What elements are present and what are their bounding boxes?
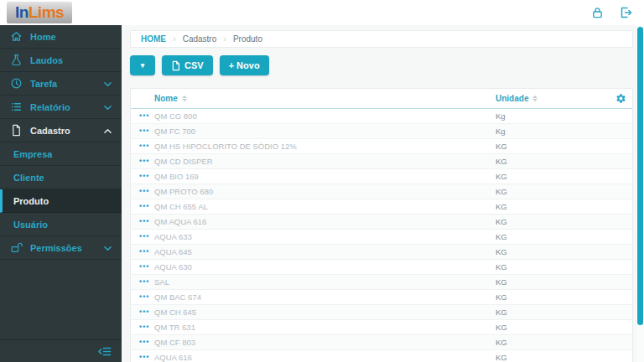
table-row[interactable]: ••• SAL KG <box>131 275 632 290</box>
row-actions-icon[interactable]: ••• <box>139 260 149 274</box>
breadcrumb-separator-icon: › <box>173 34 176 44</box>
sidebar-item-permissoes[interactable]: Permissões <box>0 236 122 260</box>
breadcrumb-cadastro[interactable]: Cadastro <box>183 34 217 44</box>
cell-nome: QM CF 803 <box>154 335 195 349</box>
gear-icon[interactable] <box>615 93 626 104</box>
sidebar-item-relatorio[interactable]: Relatório <box>0 96 122 119</box>
cell-nome: AQUA 616 <box>154 350 192 362</box>
table-row[interactable]: ••• AQUA 630 KG <box>131 260 632 275</box>
flask-icon <box>10 54 23 66</box>
sidebar-item-cliente[interactable]: Cliente <box>0 166 122 189</box>
table-row[interactable]: ••• QM TR 631 KG <box>131 320 632 335</box>
novo-button[interactable]: + Novo <box>220 55 269 75</box>
logo-text-in: In <box>15 3 29 22</box>
cell-nome: AQUA 645 <box>154 245 192 259</box>
cell-unidade: KG <box>496 335 507 349</box>
sort-icon <box>182 96 187 101</box>
cell-unidade: KG <box>496 350 507 362</box>
table-row[interactable]: ••• QM AQUA 616 KG <box>131 215 632 230</box>
products-table: Nome Unidade ••• QM CG 800 Kg <box>130 88 633 362</box>
cell-nome: QM BIO 169 <box>154 169 199 184</box>
chevron-down-icon <box>103 245 112 252</box>
cell-unidade: KG <box>496 305 507 319</box>
cell-nome: SAL <box>154 275 169 289</box>
row-actions-icon[interactable]: ••• <box>139 184 149 199</box>
csv-button-label: CSV <box>184 60 204 70</box>
cell-nome: QM AQUA 616 <box>154 215 206 229</box>
table-row[interactable]: ••• QM CH 645 KG <box>131 305 632 320</box>
breadcrumb-home-link[interactable]: HOME <box>141 34 166 44</box>
table-row[interactable]: ••• QM CH 655 AL KG <box>131 199 632 215</box>
cell-unidade: KG <box>496 290 507 304</box>
breadcrumb-separator-icon: › <box>223 34 226 44</box>
table-row[interactable]: ••• AQUA 616 KG <box>131 350 632 362</box>
row-actions-icon[interactable]: ••• <box>139 109 149 123</box>
cell-nome: AQUA 633 <box>154 230 192 244</box>
csv-export-button[interactable]: CSV <box>162 55 213 75</box>
cell-nome: QM HS HIPOCLORITO DE SÓDIO 12% <box>154 139 297 153</box>
table-row[interactable]: ••• QM BIO 169 KG <box>131 169 632 184</box>
sidebar-item-usuario[interactable]: Usuário <box>0 213 122 236</box>
app-logo[interactable]: InLims <box>7 2 72 23</box>
sidebar-item-empresa[interactable]: Empresa <box>0 142 122 166</box>
unlock-icon <box>10 241 23 254</box>
dropdown-button[interactable]: ▾ <box>130 55 155 75</box>
main-content: HOME › Cadastro › Produto ▾ CSV + Novo N… <box>122 25 644 362</box>
cell-unidade: KG <box>496 154 507 168</box>
row-actions-icon[interactable]: ••• <box>139 245 149 259</box>
novo-button-label: + Novo <box>229 60 260 70</box>
breadcrumb-produto: Produto <box>233 34 262 44</box>
sidebar-item-label: Empresa <box>13 149 52 159</box>
column-header-nome[interactable]: Nome <box>154 89 187 108</box>
cell-nome: QM CH 655 AL <box>154 199 208 214</box>
csv-file-icon <box>171 60 180 71</box>
table-row[interactable]: ••• QM FC 700 Kg <box>131 124 632 139</box>
row-actions-icon[interactable]: ••• <box>139 350 149 362</box>
cell-nome: QM CG 800 <box>154 109 197 123</box>
table-row[interactable]: ••• QM BAC 674 KG <box>131 290 632 305</box>
cell-nome: QM FC 700 <box>154 124 195 138</box>
row-actions-icon[interactable]: ••• <box>139 215 149 229</box>
table-row[interactable]: ••• QM CF 803 KG <box>131 335 632 350</box>
topbar-actions <box>591 6 632 19</box>
sidebar-item-cadastro[interactable]: Cadastro <box>0 119 122 142</box>
row-actions-icon[interactable]: ••• <box>139 199 149 214</box>
sort-icon <box>532 96 538 101</box>
column-header-unidade[interactable]: Unidade <box>496 89 538 108</box>
row-actions-icon[interactable]: ••• <box>139 305 149 319</box>
table-row[interactable]: ••• QM CD DISPER KG <box>131 154 632 169</box>
sidebar-item-laudos[interactable]: Laudos <box>0 49 122 72</box>
list-icon <box>10 101 23 113</box>
chevron-down-icon <box>103 80 112 88</box>
collapse-sidebar-icon[interactable] <box>97 346 112 357</box>
logout-icon[interactable] <box>619 6 632 19</box>
table-row[interactable]: ••• AQUA 645 KG <box>131 245 632 260</box>
table-row[interactable]: ••• QM HS HIPOCLORITO DE SÓDIO 12% KG <box>131 139 632 154</box>
sidebar-item-tarefa[interactable]: Tarefa <box>0 72 122 96</box>
cell-unidade: KG <box>496 169 507 184</box>
table-row[interactable]: ••• QM CG 800 Kg <box>131 109 632 124</box>
toolbar: ▾ CSV + Novo <box>130 55 269 75</box>
row-actions-icon[interactable]: ••• <box>139 320 149 334</box>
row-actions-icon[interactable]: ••• <box>139 154 149 168</box>
sidebar-item-home[interactable]: Home <box>0 25 122 49</box>
lock-icon[interactable] <box>591 6 604 19</box>
table-row[interactable]: ••• QM PROTO 680 KG <box>131 184 632 199</box>
row-actions-icon[interactable]: ••• <box>139 230 149 244</box>
scrollbar-track[interactable] <box>636 25 644 362</box>
sidebar-item-label: Cliente <box>13 173 44 183</box>
scrollbar-thumb[interactable] <box>637 27 643 325</box>
sidebar-item-label: Produto <box>13 196 49 206</box>
sidebar-item-produto[interactable]: Produto <box>0 189 122 213</box>
row-actions-icon[interactable]: ••• <box>139 169 149 184</box>
row-actions-icon[interactable]: ••• <box>139 275 149 289</box>
table-row[interactable]: ••• AQUA 633 KG <box>131 230 632 245</box>
sidebar-item-label: Laudos <box>30 55 63 65</box>
row-actions-icon[interactable]: ••• <box>139 290 149 304</box>
cell-nome: QM CH 645 <box>154 305 196 319</box>
sidebar-item-label: Usuário <box>13 220 48 230</box>
row-actions-icon[interactable]: ••• <box>139 139 149 153</box>
cell-nome: QM BAC 674 <box>154 290 201 304</box>
row-actions-icon[interactable]: ••• <box>139 124 149 138</box>
row-actions-icon[interactable]: ••• <box>139 335 149 349</box>
